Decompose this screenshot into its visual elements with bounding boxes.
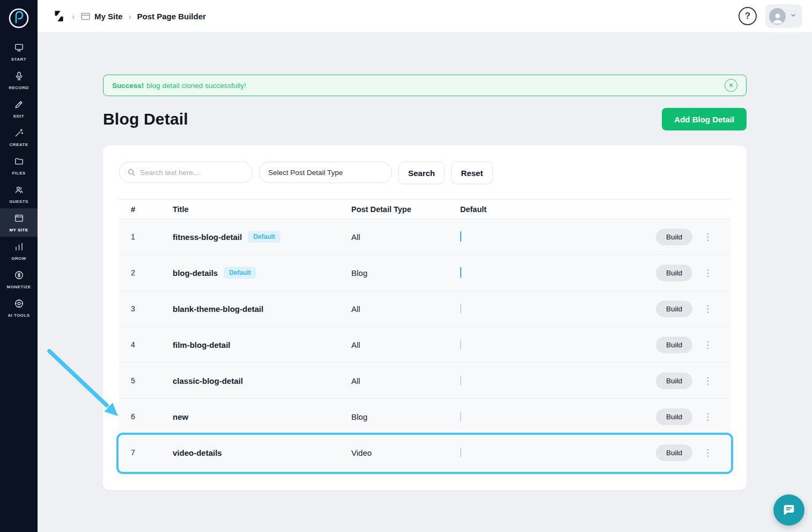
default-checkbox[interactable] bbox=[460, 303, 461, 314]
row-title-cell: blank-theme-blog-detail bbox=[173, 304, 351, 314]
search-input[interactable] bbox=[140, 169, 245, 177]
row-actions: Build ⋮ bbox=[656, 337, 730, 353]
sidebar-item-files[interactable]: FILES bbox=[0, 151, 38, 180]
row-actions: Build ⋮ bbox=[656, 409, 730, 425]
sidebar-item-label: GUESTS bbox=[9, 199, 28, 204]
kebab-menu-icon[interactable]: ⋮ bbox=[701, 267, 714, 279]
sidebar-item-record[interactable]: RECORD bbox=[0, 66, 38, 94]
breadcrumb-site-label: My Site bbox=[94, 12, 123, 21]
header-default: Default bbox=[460, 205, 639, 214]
sidebar-item-label: FILES bbox=[12, 171, 26, 176]
default-checkbox[interactable] bbox=[460, 339, 461, 349]
row-title: film-blog-detail bbox=[173, 340, 231, 349]
row-title: blog-details bbox=[173, 268, 218, 278]
build-button[interactable]: Build bbox=[656, 229, 692, 245]
row-post-detail-type: Video bbox=[351, 448, 460, 457]
row-number: 6 bbox=[131, 412, 173, 421]
row-number: 7 bbox=[131, 448, 173, 457]
chat-bubble-icon bbox=[781, 502, 796, 518]
row-actions: Build ⋮ bbox=[656, 265, 730, 281]
search-box bbox=[119, 162, 253, 183]
row-post-detail-type: Blog bbox=[351, 412, 460, 421]
row-title-cell: classic-blog-detail bbox=[173, 376, 351, 385]
sidebar-item-monetize[interactable]: MONETIZE bbox=[0, 265, 38, 294]
browser-window-icon bbox=[14, 213, 24, 225]
sidebar-item-ai-tools[interactable]: AI TOOLS bbox=[0, 294, 38, 322]
kebab-menu-icon[interactable]: ⋮ bbox=[701, 303, 714, 315]
people-icon bbox=[14, 185, 24, 197]
topbar: › My Site › Post Page Builder ? bbox=[38, 0, 812, 32]
sidebar-item-label: RECORD bbox=[9, 85, 28, 90]
post-detail-type-select[interactable]: Select Post Detail Type bbox=[259, 162, 392, 183]
default-checkbox[interactable] bbox=[460, 231, 461, 242]
topbar-right: ? bbox=[739, 4, 802, 28]
row-number: 3 bbox=[131, 304, 173, 313]
select-value: Select Post Detail Type bbox=[268, 169, 343, 177]
table-row: 1 fitness-blog-detail Default All Build … bbox=[119, 219, 730, 255]
build-button[interactable]: Build bbox=[656, 444, 692, 461]
sidebar-item-label: EDIT bbox=[13, 114, 24, 119]
search-button[interactable]: Search bbox=[398, 162, 445, 184]
header-title: Title bbox=[173, 205, 351, 214]
default-checkbox[interactable] bbox=[460, 447, 461, 457]
build-button[interactable]: Build bbox=[656, 337, 692, 353]
row-actions: Build ⋮ bbox=[656, 301, 730, 317]
main-content: Success! blog detail cloned successfully… bbox=[38, 32, 812, 532]
page-header: Blog Detail Add Blog Detail bbox=[103, 108, 747, 130]
sidebar-item-label: MONETIZE bbox=[7, 285, 31, 289]
sidebar-item-grow[interactable]: GROW bbox=[0, 237, 38, 265]
sidebar-item-label: GROW bbox=[11, 256, 26, 261]
magic-wand-icon bbox=[14, 128, 24, 140]
monitor-icon bbox=[14, 42, 24, 55]
reset-button[interactable]: Reset bbox=[451, 162, 493, 184]
table-row: 2 blog-details Default Blog Build ⋮ bbox=[119, 255, 730, 291]
alert-message: blog detail cloned successfully! bbox=[146, 82, 246, 90]
chat-widget-button[interactable] bbox=[773, 494, 804, 526]
row-post-detail-type: All bbox=[351, 340, 460, 349]
microphone-icon bbox=[14, 71, 24, 83]
kebab-menu-icon[interactable]: ⋮ bbox=[701, 231, 714, 243]
sidebar-item-label: AI TOOLS bbox=[8, 313, 29, 318]
app-logo[interactable] bbox=[52, 9, 66, 23]
kebab-menu-icon[interactable]: ⋮ bbox=[701, 411, 714, 422]
add-blog-detail-button[interactable]: Add Blog Detail bbox=[662, 108, 747, 130]
row-post-detail-type: All bbox=[351, 304, 460, 314]
build-button[interactable]: Build bbox=[656, 265, 692, 281]
sidebar-item-start[interactable]: START bbox=[0, 38, 38, 66]
alert-close-button[interactable]: ✕ bbox=[725, 79, 737, 92]
kebab-menu-icon[interactable]: ⋮ bbox=[701, 447, 714, 458]
sidebar-item-my-site[interactable]: MY SITE bbox=[0, 208, 38, 237]
breadcrumb-separator: › bbox=[129, 12, 131, 21]
default-badge: Default bbox=[248, 231, 280, 243]
default-checkbox[interactable] bbox=[460, 375, 461, 385]
breadcrumb-site[interactable]: My Site bbox=[80, 11, 123, 21]
blog-detail-card: Select Post Detail Type Search Reset # T… bbox=[103, 145, 747, 490]
kebab-menu-icon[interactable]: ⋮ bbox=[701, 375, 714, 387]
row-title: new bbox=[173, 412, 188, 421]
default-badge: Default bbox=[224, 267, 256, 279]
row-actions: Build ⋮ bbox=[656, 444, 730, 461]
row-number: 5 bbox=[131, 376, 173, 385]
build-button[interactable]: Build bbox=[656, 373, 692, 389]
blog-detail-table: # Title Post Detail Type Default 1 fitne… bbox=[119, 199, 730, 471]
default-checkbox[interactable] bbox=[460, 411, 461, 421]
alert-title: Success! bbox=[112, 82, 144, 90]
row-post-detail-type: All bbox=[351, 376, 460, 385]
build-button[interactable]: Build bbox=[656, 301, 692, 317]
row-title: video-details bbox=[173, 448, 222, 457]
row-title: fitness-blog-detail bbox=[173, 232, 242, 242]
default-checkbox[interactable] bbox=[460, 267, 461, 278]
sidebar-item-guests[interactable]: GUESTS bbox=[0, 180, 38, 208]
build-button[interactable]: Build bbox=[656, 409, 692, 425]
help-button[interactable]: ? bbox=[739, 7, 757, 25]
sidebar: START RECORD EDIT CREATE FILES GUESTS MY… bbox=[0, 0, 38, 532]
table-row: 3 blank-theme-blog-detail All Build ⋮ bbox=[119, 291, 730, 327]
sidebar-item-edit[interactable]: EDIT bbox=[0, 94, 38, 123]
kebab-menu-icon[interactable]: ⋮ bbox=[701, 339, 714, 351]
row-post-detail-type: Blog bbox=[351, 268, 460, 278]
sidebar-item-create[interactable]: CREATE bbox=[0, 123, 38, 151]
chevron-down-icon bbox=[789, 11, 797, 21]
search-icon bbox=[127, 168, 136, 177]
brand-logo[interactable] bbox=[7, 6, 31, 30]
account-menu[interactable] bbox=[765, 4, 802, 28]
